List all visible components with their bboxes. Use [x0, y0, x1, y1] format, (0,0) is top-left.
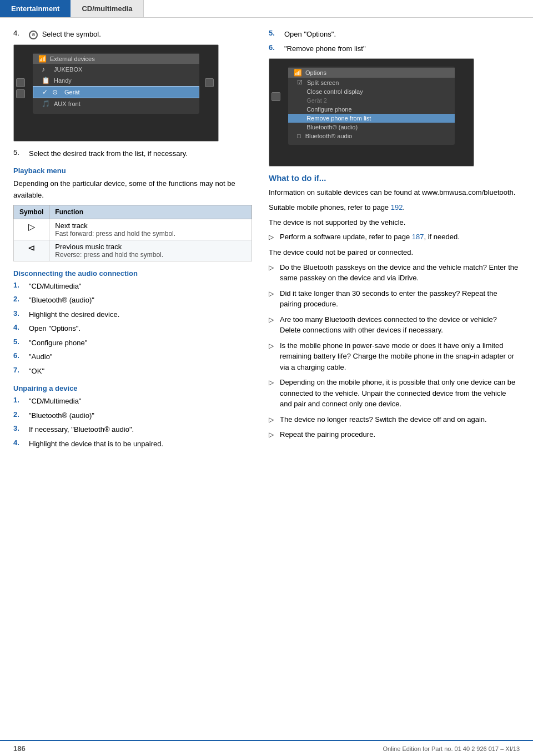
- page-header: Entertainment CD/multimedia: [0, 0, 533, 18]
- handy-icon: 📋: [42, 77, 49, 84]
- bullet-arrow-icon: ▷: [269, 263, 278, 273]
- step-text: "OK": [29, 366, 44, 377]
- step-text: "Audio": [29, 351, 52, 362]
- unpair-step-4: 4. Highlight the device that is to be un…: [13, 439, 252, 450]
- disconnect-step-6: 6. "Audio": [13, 351, 252, 362]
- step-text: "Configure phone": [29, 337, 87, 349]
- bullet-arrow-icon: ▷: [269, 289, 278, 299]
- step-text: "Bluetooth® (audio)": [29, 295, 94, 306]
- bullet-too-many-devices: ▷ Are too many Bluetooth devices connect…: [269, 314, 520, 336]
- tab-entertainment[interactable]: Entertainment: [0, 0, 71, 17]
- screen-item-aux: 🎵 AUX front: [33, 98, 199, 109]
- unpair-step-3: 3. If necessary, "Bluetooth® audio".: [13, 424, 252, 435]
- page-link-187: 187: [412, 233, 424, 241]
- step-6-right-number: 6.: [269, 43, 284, 52]
- jukebox-icon: ♪: [42, 65, 49, 73]
- screen-content: 📶 External devices ♪ JUKEBOX 📋 Handy ✓ ⊙…: [33, 53, 199, 114]
- tab-cd-multimedia-label: CD/multimedia: [82, 4, 132, 13]
- aux-icon: 🎵: [42, 100, 49, 108]
- screen2-item-bt-audio2: □ Bluetooth® audio: [288, 132, 455, 140]
- step-num: 3.: [13, 309, 29, 317]
- step-num: 3.: [13, 424, 29, 432]
- side-btn-3: [271, 92, 280, 101]
- screenshot-external-devices: 📶 External devices ♪ JUKEBOX 📋 Handy ✓ ⊙…: [13, 44, 219, 142]
- tab-cd-multimedia[interactable]: CD/multimedia: [71, 0, 144, 17]
- page-footer: 186 Online Edition for Part no. 01 40 2 …: [0, 740, 533, 756]
- right-column: 5. Open "Options". 6. "Remove phone from…: [269, 29, 520, 452]
- bullet-power-save: ▷ Is the mobile phone in power-save mode…: [269, 340, 520, 373]
- symbol-table: Symbol Function ▷ Next track Fast forwar…: [13, 205, 252, 261]
- side-buttons-left-2: [271, 92, 280, 101]
- side-btn-right: [205, 78, 214, 87]
- step-5-left: 5. Select the desired track from the lis…: [13, 148, 252, 159]
- step-text: If necessary, "Bluetooth® audio".: [29, 424, 134, 435]
- col-symbol: Symbol: [14, 205, 49, 219]
- step-num: 1.: [13, 396, 29, 404]
- step-5-text: Select the desired track from the list, …: [29, 148, 188, 159]
- step-num: 4.: [13, 323, 29, 331]
- step-num: 1.: [13, 281, 29, 289]
- step-6-right-text: "Remove phone from list": [284, 43, 366, 54]
- page-number: 186: [13, 744, 26, 753]
- step-text: "CD/Multimedia": [29, 396, 81, 407]
- disconnect-step-2: 2. "Bluetooth® (audio)": [13, 295, 252, 306]
- suitable-link: 192: [391, 203, 403, 211]
- unpair-step-2: 2. "Bluetooth® (audio)": [13, 410, 252, 421]
- function-next-track: Next track Fast forward: press and hold …: [49, 219, 252, 240]
- playback-menu-heading: Playback menu: [13, 167, 252, 175]
- symbol-prev-track: ⊲: [14, 240, 49, 261]
- table-row: ▷ Next track Fast forward: press and hol…: [14, 219, 252, 240]
- screen2-item-configure: Configure phone: [288, 105, 455, 114]
- bullet-software-update: ▷ Perform a software update, refer to pa…: [269, 231, 520, 243]
- table-row: ⊲ Previous music track Reverse: press an…: [14, 240, 252, 261]
- screen2-item-split: ☑ Split screen: [288, 78, 455, 87]
- disconnect-step-7: 7. "OK": [13, 366, 252, 377]
- bullet-arrow-icon: ▷: [269, 377, 278, 387]
- screen2-item-close: Close control display: [288, 87, 455, 96]
- playback-menu-desc: Depending on the particular device, some…: [13, 178, 252, 201]
- screen-item-jukebox: ♪ JUKEBOX: [33, 64, 199, 75]
- screen2-title: Options: [305, 69, 326, 76]
- step-num: 6.: [13, 351, 29, 360]
- screenshot-options: 📶 Options ☑ Split screen Close control d…: [269, 58, 474, 167]
- screen-title: External devices: [50, 56, 95, 62]
- step-num: 5.: [13, 337, 29, 346]
- step-4-text: ⊙ Select the symbol.: [29, 29, 101, 40]
- bullet-arrow-icon: ▷: [269, 232, 278, 242]
- col-function: Function: [49, 205, 252, 219]
- bullet-passkey-timeout: ▷ Did it take longer than 30 seconds to …: [269, 288, 520, 310]
- bullet-arrow-icon: ▷: [269, 341, 278, 351]
- check-icon: ✓: [42, 88, 48, 96]
- bullet-repeat-pairing: ▷ Repeat the pairing procedure.: [269, 429, 520, 440]
- unpairing-heading: Unpairing a device: [13, 384, 252, 392]
- disconnect-step-4: 4. Open "Options".: [13, 323, 252, 334]
- screen-item-geraet: ✓ ⊙ Gerät: [33, 86, 199, 98]
- checkbox-icon: □: [297, 133, 301, 139]
- step-4-number: 4.: [13, 29, 29, 37]
- screen2-content: 📶 Options ☑ Split screen Close control d…: [288, 67, 455, 145]
- step-text: Open "Options".: [29, 323, 81, 334]
- bullet-arrow-icon: ▷: [269, 315, 278, 325]
- info-text: Information on suitable devices can be f…: [269, 187, 520, 199]
- step-text: Highlight the desired device.: [29, 309, 119, 320]
- screen2-title-bar: 📶 Options: [288, 68, 455, 78]
- screen-item-handy: 📋 Handy: [33, 75, 199, 86]
- bullet-one-device: ▷ Depending on the mobile phone, it is p…: [269, 377, 520, 410]
- screen2-item-geraet2: Gerät 2: [288, 96, 455, 105]
- disconnect-step-5: 5. "Configure phone": [13, 337, 252, 349]
- disconnect-step-3: 3. Highlight the desired device.: [13, 309, 252, 320]
- step-text: "CD/Multimedia": [29, 281, 81, 292]
- not-supported-text: The device is not supported by the vehic…: [269, 217, 520, 229]
- step-num: 7.: [13, 366, 29, 374]
- disconnect-heading: Disconnecting the audio connection: [13, 269, 252, 278]
- screen2-item-remove: Remove phone from list: [288, 114, 455, 123]
- wifi-icon: 📶: [38, 55, 47, 63]
- step-5-number: 5.: [13, 148, 29, 157]
- step-num: 2.: [13, 295, 29, 303]
- split-screen-icon: ☑: [297, 79, 303, 86]
- disconnect-step-1: 1. "CD/Multimedia": [13, 281, 252, 292]
- side-btn-2: [16, 89, 25, 98]
- side-button-right: [205, 78, 214, 87]
- copyright-text: Online Edition for Part no. 01 40 2 926 …: [383, 745, 520, 752]
- step-text: "Bluetooth® (audio)": [29, 410, 94, 421]
